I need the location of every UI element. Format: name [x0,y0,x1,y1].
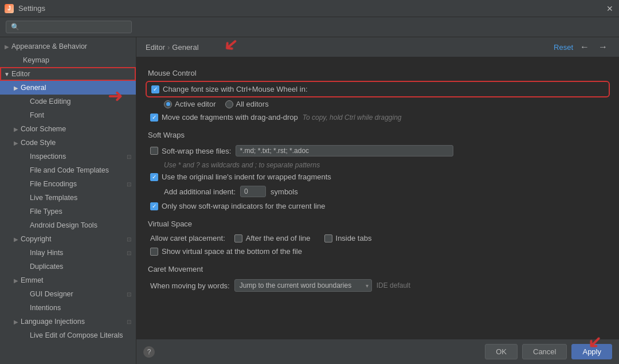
soft-wrap-files-label: Soft-wrap these files: [162,147,231,155]
sidebar-item-inlay-hints[interactable]: ▶ Inlay Hints ⊡ [0,246,136,260]
sidebar-item-label: Inspections [30,152,66,161]
move-code-cb[interactable] [150,113,158,122]
sidebar-item-label: File and Code Templates [30,166,109,174]
virtual-space-title: Virtual Space [148,220,608,228]
content-area: ▶ Appearance & Behavior ▶ Keymap ▼ Edito… [0,37,619,364]
after-end-label: After the end of line [246,234,311,242]
soft-wrap-files-cb[interactable] [150,147,158,155]
after-end-cb[interactable] [234,234,242,242]
help-button[interactable]: ? [143,346,155,358]
original-indent-checkbox[interactable]: Use the original line's indent for wrapp… [150,173,331,181]
active-editor-radio[interactable]: Active editor [164,100,216,108]
sidebar-item-code-editing[interactable]: ▶ Code Editing [0,95,136,108]
sidebar-item-keymap[interactable]: ▶ Keymap [0,53,136,67]
move-code-label: Move code fragments with drag-and-drop [162,113,298,122]
chevron-right-icon: ▶ [11,140,21,146]
sidebar-item-code-style[interactable]: ▶ Code Style [0,136,136,150]
chevron-right-icon: ▶ [11,277,21,284]
sidebar-item-label: Duplicates [30,263,63,271]
sidebar-item-label: Emmet [21,276,44,284]
after-end-checkbox[interactable]: After the end of line [234,234,311,242]
sidebar-item-label: Copyright [21,235,52,243]
move-code-fragments-row: Move code fragments with drag-and-drop T… [148,113,608,122]
sidebar-item-android-design-tools[interactable]: ▶ Android Design Tools [0,218,136,232]
apply-button[interactable]: Apply [571,344,612,359]
only-show-label: Only show soft-wrap indicators for the c… [162,202,325,210]
sidebar-item-color-scheme[interactable]: ▶ Color Scheme [0,122,136,136]
breadcrumb-editor: Editor [146,43,165,52]
sidebar-item-label: File Encodings [30,180,77,188]
mouse-control-section: Mouse Control Change font size with Ctrl… [148,69,608,122]
content-body: ➜ Mouse Control Change font size with Ct… [136,57,619,339]
soft-wrap-files-checkbox[interactable]: Soft-wrap these files: [150,147,231,155]
sidebar-item-copyright[interactable]: ▶ Copyright ⊡ [0,232,136,246]
sidebar-item-file-types[interactable]: ▶ File Types [0,205,136,218]
sidebar-item-intentions[interactable]: ▶ Intentions [0,301,136,315]
show-virtual-space-label: Show virtual space at the bottom of the … [162,247,302,256]
sidebar-item-editor[interactable]: ▼ Editor [0,67,136,81]
sidebar-item-inspections[interactable]: ▶ Inspections ⊡ [0,150,136,163]
sidebar-item-file-code-templates[interactable]: ▶ File and Code Templates [0,163,136,177]
only-show-indicators-checkbox[interactable]: Only show soft-wrap indicators for the c… [150,202,325,210]
forward-button[interactable]: → [596,42,610,52]
chevron-right-icon: ▶ [11,319,21,325]
all-editors-radio-btn[interactable] [225,100,233,108]
sidebar-item-label: Live Edit of Compose Literals [30,331,123,339]
chevron-right-icon: ▶ [11,236,21,242]
only-show-cb[interactable] [150,202,158,210]
show-virtual-space-cb[interactable] [150,248,158,256]
when-moving-label: When moving by words: [150,281,230,290]
sidebar-item-font[interactable]: ▶ Font [0,108,136,122]
editor-scope-radio-group: Active editor All editors [148,100,608,108]
sidebar-item-duplicates[interactable]: ▶ Duplicates [0,260,136,273]
settings-dialog: ▶ Appearance & Behavior ▶ Keymap ▼ Edito… [0,17,619,364]
sidebar-item-live-templates[interactable]: ▶ Live Templates [0,191,136,205]
search-input[interactable] [6,21,132,33]
inside-tabs-label: Inside tabs [336,234,372,242]
all-editors-radio[interactable]: All editors [225,100,269,108]
sidebar-item-label: Appearance & Behavior [11,42,87,50]
ok-button[interactable]: OK [485,344,518,359]
virtual-space-section: Virtual Space Allow caret placement: Aft… [148,220,608,256]
change-font-size-cb[interactable] [151,85,159,93]
sidebar-item-appearance[interactable]: ▶ Appearance & Behavior [0,40,136,53]
sidebar-item-label: Editor [11,70,30,78]
back-button[interactable]: ← [578,42,591,52]
external-icon: ⊡ [127,181,131,187]
original-indent-cb[interactable] [150,173,158,181]
sidebar-item-gui-designer[interactable]: ▶ GUI Designer ⊡ [0,287,136,301]
breadcrumb-separator: › [167,43,170,52]
chevron-right-icon: ▶ [2,44,11,50]
soft-wrap-files-row: Soft-wrap these files: [148,145,608,156]
sidebar-item-label: General [21,84,46,92]
allow-caret-row: Allow caret placement: After the end of … [148,234,608,242]
change-font-size-label: Change font size with Ctrl+Mouse Wheel i… [163,85,308,93]
caret-movement-title: Caret Movement [148,265,608,273]
word-boundaries-dropdown[interactable]: Jump to the current word boundaries Jump… [234,279,372,292]
sidebar-item-general[interactable]: ▶ General [0,81,136,95]
sidebar-item-language-injections[interactable]: ▶ Language Injections ⊡ [0,315,136,328]
cancel-button[interactable]: Cancel [522,344,567,359]
close-button[interactable]: ✕ [605,4,614,13]
sidebar-item-file-encodings[interactable]: ▶ File Encodings ⊡ [0,177,136,191]
sidebar-item-label: Color Scheme [21,125,66,133]
indent-value-input[interactable] [240,186,266,197]
soft-wrap-files-input[interactable] [236,145,453,156]
change-font-size-checkbox[interactable]: Change font size with Ctrl+Mouse Wheel i… [151,85,308,93]
chevron-down-icon: ▼ [2,71,11,77]
app-icon: J [5,4,14,13]
reset-button[interactable]: Reset [554,43,573,52]
active-editor-radio-btn[interactable] [164,100,172,108]
inside-tabs-cb[interactable] [324,234,332,242]
change-font-size-row: Change font size with Ctrl+Mouse Wheel i… [148,83,608,95]
sidebar-item-live-edit[interactable]: ▶ Live Edit of Compose Literals [0,328,136,342]
chevron-right-icon: ▶ [11,85,21,91]
inside-tabs-checkbox[interactable]: Inside tabs [324,234,372,242]
breadcrumb-general: General [172,43,198,52]
sidebar-item-emmet[interactable]: ▶ Emmet [0,273,136,287]
show-virtual-space-checkbox[interactable]: Show virtual space at the bottom of the … [150,247,302,256]
move-code-checkbox[interactable]: Move code fragments with drag-and-drop [150,113,298,122]
external-icon: ⊡ [127,250,131,256]
breadcrumb: Editor › General [146,43,199,52]
original-indent-row: Use the original line's indent for wrapp… [148,173,608,181]
